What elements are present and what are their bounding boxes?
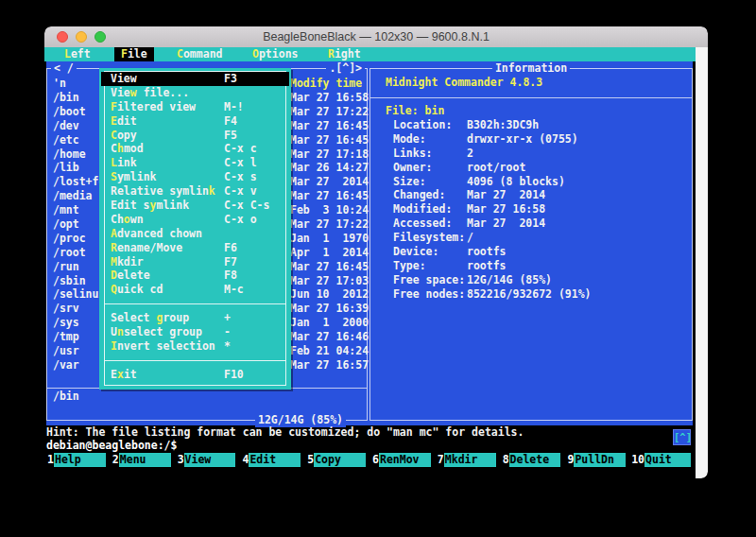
function-key-bar: 1Help2Menu3View4Edit5Copy6RenMov7Mkdir8D… bbox=[46, 453, 693, 468]
menu-item-edit-symlink[interactable]: Edit symlinkC-x C-s bbox=[99, 199, 291, 213]
menu-item-copy[interactable]: CopyF5 bbox=[99, 129, 291, 143]
terminal-window: BeagleBoneBlack — 102x30 — 9600.8.N.1 Le… bbox=[44, 26, 708, 478]
menu-item-relative-symlink[interactable]: Relative symlinkC-x v bbox=[99, 184, 291, 199]
info-row: Filesystem:/ bbox=[393, 231, 688, 245]
info-row: Free space:12G/14G (85%) bbox=[393, 273, 688, 287]
terminal-scrollbar[interactable] bbox=[696, 47, 708, 478]
info-row: Location:B302h:3DC9h bbox=[393, 118, 688, 132]
fkey-delete[interactable]: 8Delete bbox=[502, 453, 561, 467]
fkey-pulldn[interactable]: 9PullDn bbox=[566, 453, 626, 467]
info-row: Links:2 bbox=[393, 147, 688, 161]
menu-item-edit[interactable]: EditF4 bbox=[99, 114, 291, 129]
menu-separator bbox=[99, 297, 291, 311]
menu-item-view-file[interactable]: View file... bbox=[99, 86, 291, 100]
fkey-edit[interactable]: 4Edit bbox=[241, 453, 301, 467]
fkey-renmov[interactable]: 6RenMov bbox=[371, 453, 431, 467]
info-row: Size:4096 (8 blocks) bbox=[393, 175, 688, 189]
menu-item-view[interactable]: ViewF3 bbox=[101, 72, 289, 86]
ministatus-selected-file: /bin bbox=[53, 390, 79, 404]
info-row: Changed:Mar 27 2014 bbox=[393, 188, 688, 202]
file-dropdown-menu: ViewF3View file...Filtered viewM-!EditF4… bbox=[99, 68, 291, 390]
menu-item-mkdir[interactable]: MkdirF7 bbox=[99, 255, 291, 269]
modify-time-column-header[interactable]: Modify time bbox=[290, 77, 362, 91]
dropdown-items: ViewF3View file...Filtered viewM-!EditF4… bbox=[99, 72, 291, 382]
info-row: Accessed:Mar 27 2014 bbox=[393, 217, 688, 231]
macos-titlebar[interactable]: BeagleBoneBlack — 102x30 — 9600.8.N.1 bbox=[44, 26, 708, 48]
info-row: Modified:Mar 27 16:58 bbox=[393, 202, 688, 217]
menubar-item-file[interactable]: File bbox=[114, 47, 154, 61]
menu-item-rename-move[interactable]: Rename/MoveF6 bbox=[99, 241, 291, 255]
menu-item-exit[interactable]: ExitF10 bbox=[99, 368, 291, 382]
info-row: Owner:root/root bbox=[393, 161, 688, 175]
fkey-view[interactable]: 3View bbox=[177, 453, 236, 467]
info-file-line: File: bin bbox=[386, 104, 444, 118]
hint-line: Hint: The file listing format can be cus… bbox=[46, 425, 524, 440]
menu-item-link[interactable]: LinkC-x l bbox=[99, 156, 291, 170]
info-row: Free nodes:852216/932672 (91%) bbox=[393, 287, 688, 302]
menu-item-quick-cd[interactable]: Quick cdM-c bbox=[99, 283, 291, 297]
menu-item-select-group[interactable]: Select group+ bbox=[99, 311, 291, 325]
menu-item-chown[interactable]: ChownC-x o bbox=[99, 213, 291, 227]
fkey-quit[interactable]: 10Quit bbox=[631, 453, 691, 467]
info-row: Mode:drwxr-xr-x (0755) bbox=[393, 132, 688, 147]
shell-prompt[interactable]: debian@beaglebone:/$ bbox=[46, 439, 177, 453]
panel-history-updir-controls[interactable]: .[^]> bbox=[326, 61, 365, 76]
info-panel: Information Midnight Commander 4.8.3 Fil… bbox=[369, 68, 693, 421]
info-row: Type:rootfs bbox=[393, 259, 688, 273]
menu-item-advanced-chown[interactable]: Advanced chown bbox=[99, 227, 291, 241]
fkey-menu[interactable]: 2Menu bbox=[112, 453, 171, 467]
info-panel-title: Information bbox=[492, 61, 570, 76]
info-divider bbox=[370, 97, 692, 98]
info-row: Device:rootfs bbox=[393, 245, 688, 259]
screenshot-stage: BeagleBoneBlack — 102x30 — 9600.8.N.1 Le… bbox=[0, 0, 756, 537]
fkey-help[interactable]: 1Help bbox=[46, 453, 106, 467]
mc-menubar: LeftFileCommandOptionsRight bbox=[44, 47, 696, 61]
scroll-up-badge[interactable]: [^] bbox=[673, 429, 691, 445]
menubar-item-left[interactable]: Left bbox=[58, 47, 97, 61]
menu-item-delete[interactable]: DeleteF8 bbox=[99, 268, 291, 283]
menu-item-chmod[interactable]: ChmodC-x c bbox=[99, 142, 291, 156]
fkey-copy[interactable]: 5Copy bbox=[306, 453, 366, 467]
menu-item-invert-selection[interactable]: Invert selection* bbox=[99, 339, 291, 354]
menu-item-filtered-view[interactable]: Filtered viewM-! bbox=[99, 100, 291, 114]
mc-version-label: Midnight Commander 4.8.3 bbox=[386, 76, 542, 90]
sort-indicator[interactable]: 'n bbox=[53, 77, 66, 91]
panel-path-label: < / bbox=[51, 61, 77, 76]
menu-item-symlink[interactable]: SymlinkC-x s bbox=[99, 170, 291, 184]
menu-separator bbox=[99, 354, 291, 368]
menubar-item-options[interactable]: Options bbox=[246, 47, 304, 61]
menu-item-unselect-group[interactable]: Unselect group- bbox=[99, 325, 291, 339]
fkey-mkdir[interactable]: 7Mkdir bbox=[437, 453, 496, 467]
menubar-item-command[interactable]: Command bbox=[170, 47, 229, 61]
info-rows: Location:B302h:3DC9hMode:drwxr-xr-x (075… bbox=[393, 118, 688, 302]
window-title: BeagleBoneBlack — 102x30 — 9600.8.N.1 bbox=[44, 30, 708, 43]
menubar-item-right[interactable]: Right bbox=[321, 47, 368, 61]
